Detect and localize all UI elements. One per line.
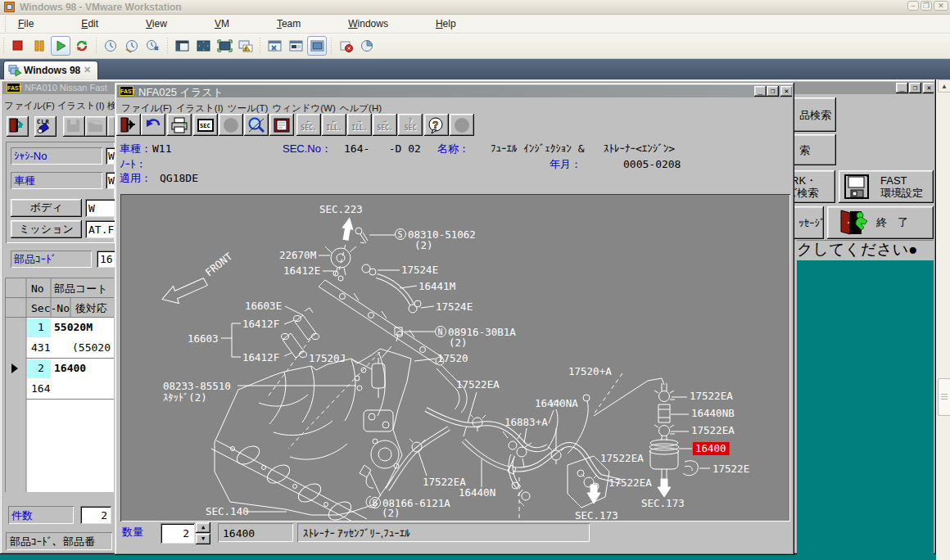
- qty-up-button[interactable]: ▲: [196, 522, 210, 533]
- diagram-label-17522EA[interactable]: 17522EA: [456, 378, 500, 391]
- parts-diagram[interactable]: SEC.223S08310-51062(2)22670M16412E17524E…: [120, 194, 790, 522]
- diagram-label-2[interactable]: (2): [414, 239, 433, 251]
- close-illustration-button[interactable]: [116, 114, 141, 136]
- diagram-label-17524E[interactable]: 17524E: [436, 300, 473, 313]
- nfa025-close-button[interactable]: ✕: [780, 86, 792, 97]
- diagram-label-SEC.173[interactable]: SEC.173: [575, 509, 618, 521]
- nfa025-maximize-button[interactable]: ❐: [767, 86, 779, 97]
- vmware-menu-edit[interactable]: Edit: [57, 15, 122, 34]
- vmware-menu-windows[interactable]: Windows: [324, 15, 412, 34]
- device-view-button[interactable]: [307, 36, 327, 56]
- body-button[interactable]: ボディ: [11, 199, 82, 217]
- guest-vertical-scrollbar[interactable]: ▲: [936, 79, 950, 560]
- nfa025-menu-1[interactable]: イラスト(I): [176, 102, 224, 115]
- diagram-label-SEC.223[interactable]: SEC.223: [319, 203, 363, 215]
- diagram-label-16441M[interactable]: 16441M: [418, 280, 455, 292]
- mission-button[interactable]: ミッション: [11, 220, 82, 238]
- console-view-button[interactable]: [286, 36, 305, 56]
- vmware-minimize-button[interactable]: –: [907, 1, 919, 11]
- vmware-menu-vm[interactable]: VM: [191, 15, 253, 34]
- nfa010-maximize-button[interactable]: ❐: [909, 83, 921, 93]
- row1-code[interactable]: 55020M: [54, 321, 93, 333]
- alerts-button[interactable]: [336, 36, 355, 56]
- pause-vm-button[interactable]: [29, 36, 49, 56]
- diagram-label-22670M[interactable]: 22670M: [279, 249, 316, 261]
- diagram-label-16603E[interactable]: 16603E: [245, 300, 282, 312]
- diagram-label-17522E[interactable]: 17522E: [712, 463, 749, 475]
- diagram-label-16883+A[interactable]: 16883+A: [504, 416, 548, 428]
- vmware-close-button[interactable]: ✕: [934, 1, 948, 11]
- scroll-up-arrow-icon[interactable]: ▲: [938, 79, 950, 93]
- scrollbar-thumb[interactable]: [938, 378, 950, 416]
- parts-book-button[interactable]: [269, 114, 294, 136]
- diagram-label-17522EA[interactable]: 17522EA: [600, 452, 644, 464]
- diagram-label-17524E[interactable]: 17524E: [401, 264, 438, 276]
- zoom-button[interactable]: [244, 114, 269, 136]
- diagram-label-16440NA[interactable]: 16440NA: [535, 397, 578, 409]
- diagram-label-16412F[interactable]: 16412F: [242, 318, 279, 330]
- diagram-label-2[interactable]: (2): [382, 507, 400, 519]
- diagram-label-16440N[interactable]: 16440N: [459, 486, 495, 499]
- nfa010-exit-tool-button[interactable]: [7, 116, 29, 137]
- row1-no[interactable]: 1: [38, 321, 44, 333]
- nfa025-minimize-button[interactable]: ＿: [754, 86, 767, 97]
- diagram-label-17520J[interactable]: 17520J: [309, 352, 346, 364]
- nfa010-menu-1[interactable]: イラスト(I): [57, 100, 105, 112]
- vmware-menu-file[interactable]: File: [0, 15, 57, 34]
- play-vm-button[interactable]: [51, 36, 70, 56]
- diagram-label-2[interactable]: ｽﾀｯﾄﾞ(2): [163, 391, 207, 404]
- qty-down-button[interactable]: ▼: [196, 534, 210, 544]
- stop-vm-button[interactable]: [8, 36, 28, 56]
- diagram-label-17520[interactable]: 17520: [437, 352, 468, 364]
- kensu-value-field[interactable]: 2: [80, 506, 111, 524]
- diagram-label-16440NB[interactable]: 16440NB: [691, 407, 735, 419]
- nfa010-menu-0[interactable]: ファイル(F): [4, 100, 55, 112]
- nfa010-minimize-button[interactable]: ＿: [896, 83, 908, 93]
- nfa025-menu-3[interactable]: ウィンドウ(W): [272, 102, 335, 115]
- nfa025-menu-4[interactable]: ヘルプ(H): [340, 102, 382, 115]
- snapshot-manager-button[interactable]: [143, 36, 163, 56]
- diagram-label-17522EA[interactable]: 17522EA: [608, 476, 652, 489]
- nfa010-close-button[interactable]: ✕: [923, 83, 934, 93]
- diagram-label-17520+A[interactable]: 17520+A: [568, 365, 612, 377]
- qty-input[interactable]: 2: [161, 523, 195, 544]
- help-button[interactable]: ?: [424, 114, 449, 136]
- fast-settings-button[interactable]: FAST 環境設定: [839, 170, 934, 203]
- diagram-label-FRONT[interactable]: FRONT: [203, 250, 235, 278]
- undo-button[interactable]: [141, 114, 165, 136]
- show-sidebar-button[interactable]: [172, 36, 192, 56]
- diagram-label-16400[interactable]: 16400: [695, 442, 726, 454]
- diagram-label-17522EA[interactable]: 17522EA: [691, 424, 735, 436]
- diagram-label-SEC.173[interactable]: SEC.173: [641, 497, 685, 509]
- summary-view-button[interactable]: [265, 36, 284, 56]
- revert-snapshot-button[interactable]: [122, 36, 142, 56]
- vmware-menu-team[interactable]: Team: [253, 15, 324, 34]
- vmware-menu-view[interactable]: View: [122, 15, 191, 34]
- diagram-label-16603[interactable]: 16603: [188, 332, 219, 345]
- unity-button[interactable]: !: [236, 36, 256, 56]
- fullscreen-button[interactable]: [215, 36, 234, 56]
- row2-code[interactable]: 16400: [54, 362, 86, 374]
- stats-button[interactable]: [357, 36, 377, 56]
- vmware-menu-help[interactable]: Help: [412, 15, 480, 34]
- diagram-label-0823385510[interactable]: 08233-85510: [163, 380, 231, 392]
- vmware-maximize-button[interactable]: ❐: [921, 1, 932, 11]
- vm-tab-close-icon[interactable]: ✕: [84, 65, 91, 75]
- nfa025-menu-2[interactable]: ツール(T): [228, 102, 269, 115]
- exit-button[interactable]: 終 了: [827, 206, 934, 239]
- print-button[interactable]: [167, 114, 192, 136]
- sec-list-button[interactable]: SEC: [193, 114, 218, 136]
- take-snapshot-button[interactable]: [101, 36, 120, 56]
- row2-no[interactable]: 2: [38, 362, 44, 374]
- tab-windows98[interactable]: Windows 98 ✕: [3, 61, 98, 79]
- nfa010-clear-tool-button[interactable]: CLR: [34, 116, 57, 137]
- diagram-label-2[interactable]: (2): [449, 336, 468, 349]
- diagram-label-16412F[interactable]: 16412F: [242, 351, 279, 364]
- diagram-label-SEC.140[interactable]: SEC.140: [206, 505, 249, 517]
- nfa025-titlebar[interactable]: FAST NFA025 イラスト ＿ ❐ ✕: [117, 85, 792, 97]
- diagram-label-16412E[interactable]: 16412E: [283, 264, 320, 277]
- diagram-label-17522EA[interactable]: 17522EA: [690, 390, 733, 402]
- reset-vm-button[interactable]: [72, 36, 92, 56]
- nfa025-menu-0[interactable]: ファイル(F): [121, 102, 172, 115]
- fit-guest-button[interactable]: [193, 36, 213, 56]
